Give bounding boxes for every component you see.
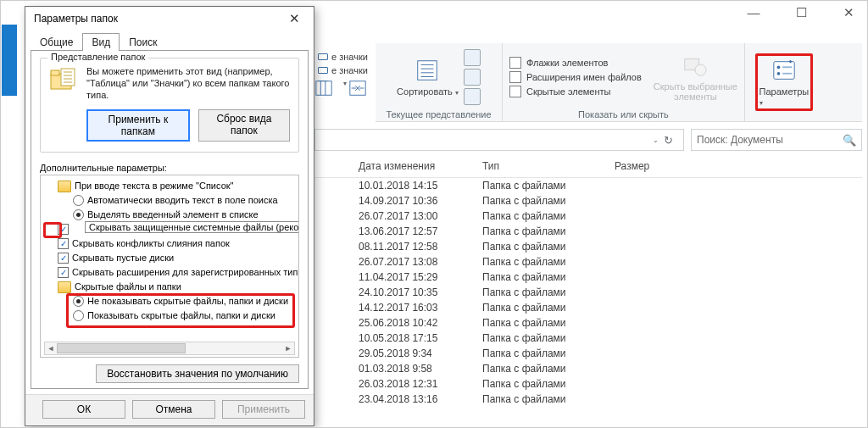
table-row[interactable]: 14.09.2017 10:36Папка с файлами xyxy=(314,193,862,208)
checkbox-item-flags[interactable]: Флажки элементов xyxy=(509,57,642,69)
table-row[interactable]: 10.01.2018 14:15Папка с файлами xyxy=(314,178,862,194)
table-row[interactable]: 08.11.2017 12:58Папка с файлами xyxy=(314,239,862,254)
apply-to-folders-button[interactable]: Применить к папкам xyxy=(86,109,190,142)
folder-views-group: Представление папок Вы можете применить … xyxy=(40,58,299,153)
checkbox-item-extensions[interactable]: Расширения имен файлов xyxy=(509,71,642,83)
column-header-size[interactable]: Размер xyxy=(608,157,862,178)
table-row[interactable]: 01.03.2018 9:58Папка с файлами xyxy=(314,361,862,376)
dialog-titlebar[interactable]: Параметры папок ✕ xyxy=(25,7,314,31)
table-row[interactable]: 26.03.2018 12:31Папка с файлами xyxy=(314,376,862,392)
tree-option[interactable]: Скрывать конфликты слияния папок xyxy=(42,236,297,251)
table-row[interactable]: 29.05.2018 9:34Папка с файлами xyxy=(314,346,862,361)
tree-node[interactable]: Скрытые файлы и папки xyxy=(42,280,297,294)
radio-icon[interactable] xyxy=(73,195,84,206)
folder-icon xyxy=(58,281,71,293)
columns-icon[interactable] xyxy=(314,79,333,97)
group-by-icon[interactable] xyxy=(464,49,481,66)
scroll-thumb[interactable] xyxy=(57,343,186,353)
size-all-columns-icon[interactable] xyxy=(464,88,481,105)
hide-selected-label: Скрыть выбранные элементы xyxy=(654,81,737,102)
window-close-button[interactable]: ✕ xyxy=(835,3,862,23)
folder-views-text: Вы можете применить этот вид (например, … xyxy=(86,65,290,101)
sort-extra-icons xyxy=(464,49,481,105)
ok-button[interactable]: ОК xyxy=(42,400,125,419)
svg-rect-9 xyxy=(782,66,792,68)
scroll-left-icon[interactable]: ◄ xyxy=(45,344,57,353)
tree-horizontal-scrollbar[interactable]: ◄ ► xyxy=(44,342,295,355)
ribbon-icon-label[interactable]: е значки xyxy=(331,50,368,64)
sort-button[interactable]: Сортировать ▾ xyxy=(397,58,459,97)
advanced-settings-tree[interactable]: При вводе текста в режиме "Список" Автом… xyxy=(40,175,299,358)
options-label: Параметры xyxy=(760,86,810,97)
add-columns-icon[interactable] xyxy=(464,69,481,86)
tree-option[interactable]: Выделять введенный элемент в списке xyxy=(42,208,297,222)
checkbox-label: Расширения имен файлов xyxy=(526,72,642,82)
tree-option[interactable]: Скрывать пустые диски xyxy=(42,251,297,265)
table-row[interactable]: 24.10.2017 10:35Папка с файлами xyxy=(314,285,862,300)
scroll-right-icon[interactable]: ► xyxy=(282,344,294,353)
checkbox-icon[interactable] xyxy=(58,267,69,278)
column-header-row[interactable]: Дата изменения Тип Размер xyxy=(314,157,862,178)
tree-option[interactable]: Автоматически вводить текст в поле поиск… xyxy=(42,193,297,208)
ribbon-group-caption: Показать или скрыть xyxy=(509,108,737,120)
address-dropdown-icon[interactable]: ⌄ xyxy=(653,136,659,144)
folder-views-icon xyxy=(49,65,78,94)
ribbon-icons-fragment-low xyxy=(314,79,367,97)
table-row[interactable]: 10.05.2018 17:15Папка с файлами xyxy=(314,331,862,346)
advanced-label: Дополнительные параметры: xyxy=(40,163,299,173)
radio-icon[interactable] xyxy=(73,310,84,321)
ribbon-icon-label[interactable]: е значки xyxy=(331,64,368,77)
checkbox-label: Флажки элементов xyxy=(526,58,608,68)
checkbox-item-hidden[interactable]: Скрытые элементы xyxy=(509,86,642,97)
tab-search[interactable]: Поиск xyxy=(120,33,166,51)
search-placeholder: Поиск: Документы xyxy=(697,134,783,146)
svg-point-8 xyxy=(776,65,780,69)
fieldset-legend: Представление папок xyxy=(47,52,148,62)
dialog-title: Параметры папок xyxy=(34,13,284,25)
hide-selected-button: Скрыть выбранные элементы xyxy=(654,53,737,102)
search-input[interactable]: Поиск: Документы 🔍 xyxy=(691,129,862,151)
table-row[interactable]: 26.07.2017 13:00Папка с файлами xyxy=(314,208,862,224)
refresh-icon[interactable]: ↻ xyxy=(659,134,678,147)
checkbox-icon[interactable] xyxy=(58,238,69,249)
quick-access-stripe xyxy=(2,25,17,96)
radio-icon[interactable] xyxy=(73,209,84,220)
ribbon-group-layout: Сортировать ▾ Текущее представление xyxy=(376,43,503,121)
dialog-close-button[interactable]: ✕ xyxy=(284,9,305,28)
tree-node[interactable]: При вводе текста в режиме "Список" xyxy=(42,179,297,193)
file-list[interactable]: Дата изменения Тип Размер 10.01.2018 14:… xyxy=(314,157,862,427)
checkbox-label: Скрытые элементы xyxy=(526,86,611,97)
radio-icon[interactable] xyxy=(73,296,84,307)
svg-rect-7 xyxy=(774,62,794,80)
svg-point-6 xyxy=(695,64,706,75)
checkbox-icon[interactable] xyxy=(58,253,69,264)
svg-rect-11 xyxy=(782,73,792,75)
folder-icon xyxy=(58,181,71,192)
window-maximize-button[interactable]: ☐ xyxy=(787,3,815,23)
table-row[interactable]: 26.07.2017 13:08Папка с файлами xyxy=(314,254,862,270)
reset-folders-button[interactable]: Сброс вида папок xyxy=(198,109,290,142)
tree-option[interactable]: Не показывать скрытые файлы, папки и дис… xyxy=(42,294,297,308)
cancel-button[interactable]: Отмена xyxy=(132,400,215,419)
table-row[interactable]: 13.06.2017 12:57Папка с файлами xyxy=(314,224,862,239)
ribbon-group-options: Параметры▾ xyxy=(745,43,823,121)
restore-defaults-button[interactable]: Восстановить значения по умолчанию xyxy=(96,364,299,383)
table-row[interactable]: 14.12.2017 16:03Папка с файлами xyxy=(314,300,862,315)
tree-option[interactable]: Показывать скрытые файлы, папки и диски xyxy=(42,308,297,323)
column-header-type[interactable]: Тип xyxy=(476,157,608,178)
table-row[interactable]: 25.06.2018 10:42Папка с файлами xyxy=(314,315,862,331)
sort-label: Сортировать xyxy=(397,86,453,97)
size-columns-icon[interactable] xyxy=(348,79,367,97)
tree-tooltip: Скрывать защищенные системные файлы (рек… xyxy=(85,221,299,233)
table-row[interactable]: 23.04.2018 13:16Папка с файлами xyxy=(314,392,862,407)
apply-button[interactable]: Применить xyxy=(222,400,305,419)
address-bar[interactable]: ⌄ ↻ xyxy=(314,129,684,151)
tab-general[interactable]: Общие xyxy=(31,33,82,51)
window-minimize-button[interactable]: — xyxy=(740,3,767,23)
tab-view[interactable]: Вид xyxy=(82,33,120,51)
tree-option[interactable]: Скрывать расширения для зарегистрированн… xyxy=(42,265,297,280)
highlight-marker xyxy=(43,222,62,238)
table-row[interactable]: 11.04.2017 15:29Папка с файлами xyxy=(314,270,862,285)
options-button[interactable]: Параметры▾ xyxy=(755,53,814,111)
column-header-date[interactable]: Дата изменения xyxy=(352,157,476,178)
